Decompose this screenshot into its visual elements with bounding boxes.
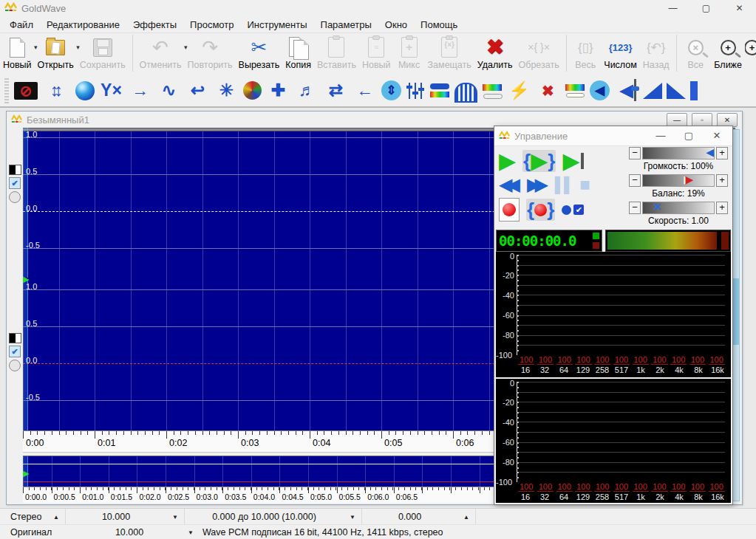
status-cell-2[interactable]: 10.000▼	[66, 509, 185, 525]
speed-plus-button[interactable]: +	[716, 202, 728, 214]
volume-shape-speaker-icon[interactable]: ◀	[614, 78, 638, 104]
toolbar-zoom-partial-button[interactable]: +	[745, 33, 756, 60]
pipe-organ-icon[interactable]	[454, 83, 477, 103]
record-new-button[interactable]	[499, 198, 520, 222]
volume-thumb-icon[interactable]: ◀	[706, 146, 714, 159]
balance-plus-button[interactable]: +	[716, 174, 728, 187]
partial-icon[interactable]	[690, 81, 698, 100]
fade-out-icon[interactable]	[667, 83, 686, 99]
play-position-marker[interactable]: ▶	[23, 273, 30, 284]
speed-minus-button[interactable]: −	[629, 202, 641, 214]
toolbar-copy-pages-button[interactable]: Копия	[282, 33, 314, 70]
spectrum-filter-icon[interactable]	[482, 81, 503, 100]
toolbar-restore-selection-braces-button[interactable]: {↶}Назад	[640, 33, 672, 70]
peak-value: 100	[670, 482, 687, 492]
toolbar-open-folder-button[interactable]: Открыть▾	[35, 33, 77, 70]
fast-forward-button[interactable]	[527, 176, 548, 193]
toolbar-paste-clipboard-button[interactable]: Вставить	[314, 33, 359, 70]
volume-speaker-circle-icon[interactable]: ◀	[590, 80, 610, 100]
device-sphere-icon[interactable]	[75, 81, 95, 100]
toolbar-zoom-in-magnifier-button[interactable]: +Ближе	[711, 33, 745, 70]
volume-minus-button[interactable]: −	[629, 147, 641, 159]
status-cell-3[interactable]: 0.000 до 10.000 (10.000)▼	[185, 509, 362, 525]
equalizer-gradient-icon[interactable]	[429, 81, 450, 100]
pitch-staff-icon[interactable]: ♬	[295, 78, 319, 104]
mute-icon[interactable]: ⊘	[14, 82, 38, 100]
balance-thumb-icon[interactable]: ▶	[686, 174, 694, 186]
right-channel-checkbox[interactable]: ✔	[9, 346, 21, 357]
toolbar-replace-clipboard-button[interactable]: {×}Замещать	[425, 33, 474, 70]
toolbar-select-all-braces-button[interactable]: {▯}Весь	[570, 33, 601, 70]
reverse-uturn-icon[interactable]: ↩	[185, 78, 210, 104]
control-minimize-button[interactable]: —	[647, 126, 675, 145]
fade-in-icon[interactable]	[643, 83, 662, 99]
menu-item-6[interactable]: Параметры	[314, 18, 378, 32]
status-cell-arrow-icon[interactable]: ▲	[457, 514, 475, 521]
menu-item-3[interactable]: Эффекты	[126, 18, 183, 32]
status-cell-arrow-icon[interactable]: ▼	[166, 514, 184, 521]
speed-thumb-icon[interactable]: ✕	[653, 201, 661, 213]
play-to-end-button[interactable]	[562, 150, 584, 172]
right-channel-radio[interactable]	[9, 360, 21, 371]
mechanize-star-icon[interactable]: ✳	[214, 78, 239, 104]
balance-slider[interactable]: ▶	[642, 174, 715, 187]
status-cell-4[interactable]: 0.000▲	[362, 509, 476, 525]
noise-gate-spark-icon[interactable]: ⚡	[507, 78, 531, 104]
close-button[interactable]: ✕	[723, 0, 756, 16]
restore-button[interactable]: ▢	[689, 0, 723, 16]
status-cell-arrow-icon[interactable]: ▲	[47, 514, 65, 521]
menu-item-4[interactable]: Просмотр	[183, 18, 240, 32]
length-dropdown-arrow[interactable]: ▼	[183, 529, 198, 536]
toolbar-paste-new-window-button[interactable]: ▫Новый	[359, 33, 394, 70]
noise-reduction-x-icon[interactable]: ✖	[536, 78, 560, 104]
invert-circle-icon[interactable]: ⇕	[381, 80, 401, 100]
control-restore-button[interactable]: ▢	[675, 126, 703, 145]
rewind-button[interactable]	[499, 176, 520, 193]
toolbar-redo-arrow-button[interactable]: ↷Повторить	[185, 33, 236, 70]
doppler-wave-icon[interactable]: ∿	[157, 78, 181, 104]
toolbar-delete-x-button[interactable]: ✖Удалить	[474, 33, 516, 70]
adjust-updown-icon[interactable]: ↕↕	[42, 78, 71, 104]
menu-item-8[interactable]: Помощь	[414, 18, 464, 32]
play-selection-button[interactable]: {}	[522, 150, 556, 172]
toolbar-select-numeric-braces-button[interactable]: {123}Числом	[601, 33, 640, 70]
minimize-button[interactable]: —	[656, 0, 689, 16]
time-warp-arrows-icon[interactable]: ⇄	[324, 78, 348, 104]
toolbar-mix-clipboard-button[interactable]: +Микс	[394, 33, 425, 70]
status-cell-arrow-icon[interactable]: ▼	[344, 514, 361, 521]
left-channel-radio[interactable]	[9, 191, 21, 203]
toolbar-new-file-button[interactable]: Новый▾	[0, 33, 35, 70]
play-button[interactable]	[499, 150, 516, 172]
interpolate-pinwheel-icon[interactable]	[243, 81, 262, 100]
menu-item-5[interactable]: Инструменты	[240, 18, 313, 32]
status-cell-1[interactable]: Стерео▲	[0, 509, 66, 525]
toolbar-zoom-all-magnifier-button[interactable]: ×Все	[680, 33, 711, 70]
control-close-button[interactable]: ✕	[703, 126, 731, 145]
offset-arrow-icon[interactable]: →	[128, 78, 152, 104]
stop-button[interactable]	[579, 176, 590, 193]
expression-xy-icon[interactable]: Y×	[99, 78, 123, 104]
toolbar-undo-arrow-button[interactable]: ↶Отменить▾	[136, 33, 184, 70]
menu-item-2[interactable]: Редактирование	[40, 18, 126, 32]
toolbar-trim-braces-button[interactable]: ×{ }×Обрезать	[516, 33, 562, 70]
volume-slider[interactable]: ◀	[642, 147, 715, 159]
speed-slider[interactable]: ✕	[642, 202, 715, 214]
vertical-scrollbar[interactable]	[732, 129, 740, 501]
left-channel-checkbox[interactable]: ✔	[9, 177, 21, 189]
control-title-bar[interactable]: Управление — ▢ ✕	[494, 126, 732, 146]
balance-minus-button[interactable]: −	[629, 174, 641, 187]
record-options-toggle[interactable]: ✔	[562, 205, 584, 215]
toolbar-grip[interactable]	[4, 78, 9, 103]
volume-plus-button[interactable]: +	[716, 147, 728, 159]
toolbar-scissors-button[interactable]: ✂Вырезать	[236, 33, 283, 70]
toolbar-button-label: Замещать	[428, 60, 471, 70]
match-volume-icon[interactable]: ✚	[266, 78, 290, 104]
flip-left-arrow-icon[interactable]: ←	[353, 78, 377, 104]
spectrum-slider-icon[interactable]	[565, 81, 585, 100]
menu-item-1[interactable]: Файл	[3, 18, 40, 32]
mixer-sliders-icon[interactable]	[406, 81, 425, 100]
pause-button[interactable]	[555, 177, 573, 192]
toolbar-save-floppy-button[interactable]: Сохранить	[77, 33, 129, 70]
record-selection-button[interactable]: {}	[526, 199, 555, 221]
menu-item-7[interactable]: Окно	[378, 18, 414, 32]
